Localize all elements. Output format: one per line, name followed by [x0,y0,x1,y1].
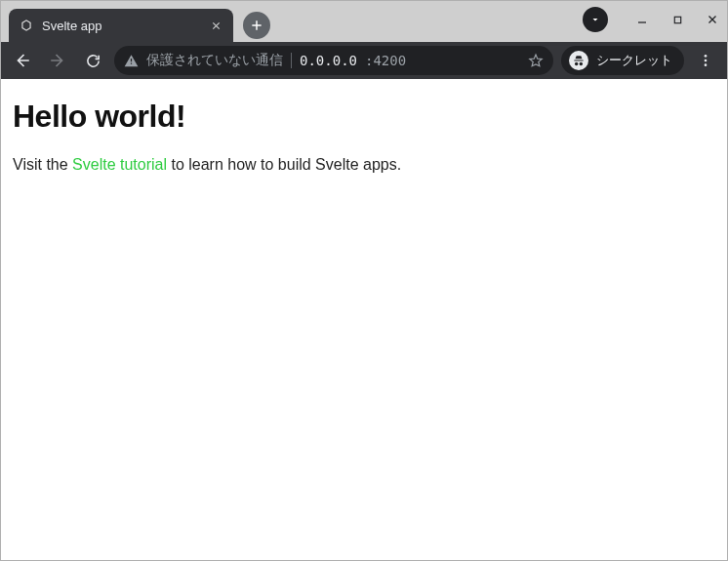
text-after-link: to learn how to build Svelte apps. [167,156,401,173]
menu-button[interactable] [692,47,719,74]
reload-button[interactable] [79,47,106,74]
incognito-badge[interactable]: シークレット [561,46,684,75]
window-close-button[interactable] [704,11,721,28]
svg-point-1 [705,55,708,58]
separator [291,53,292,68]
address-bar[interactable]: 保護されていない通信 0.0.0.0:4200 [114,46,553,75]
text-before-link: Visit the [13,156,72,173]
svelte-favicon-icon [19,18,34,33]
window-controls [583,7,721,32]
svelte-tutorial-link[interactable]: Svelte tutorial [72,156,167,173]
svg-point-2 [705,60,708,62]
toolbar: 保護されていない通信 0.0.0.0:4200 シークレット [1,42,727,79]
incognito-icon [569,51,588,70]
maximize-button[interactable] [668,11,686,28]
tabs-dropdown-button[interactable] [583,7,608,32]
back-button[interactable] [9,47,36,74]
url-port: :4200 [365,53,406,68]
new-tab-button[interactable] [243,12,270,39]
browser-window: Svelte app [0,0,728,561]
security-status-text: 保護されていない通信 [146,52,283,69]
svg-point-3 [705,63,708,66]
svg-rect-0 [674,17,680,22]
incognito-label: シークレット [596,52,672,69]
bookmark-star-icon[interactable] [528,53,544,68]
close-icon[interactable] [208,18,223,33]
minimize-button[interactable] [633,11,651,28]
not-secure-icon [124,54,139,68]
tab-active[interactable]: Svelte app [9,9,233,42]
page-paragraph: Visit the Svelte tutorial to learn how t… [13,156,715,174]
forward-button[interactable] [44,47,71,74]
tab-title: Svelte app [42,19,200,33]
page-heading: Hello world! [13,99,715,135]
url-host: 0.0.0.0 [300,53,357,68]
tab-strip: Svelte app [1,1,727,42]
page-content: Hello world! Visit the Svelte tutorial t… [1,79,727,560]
